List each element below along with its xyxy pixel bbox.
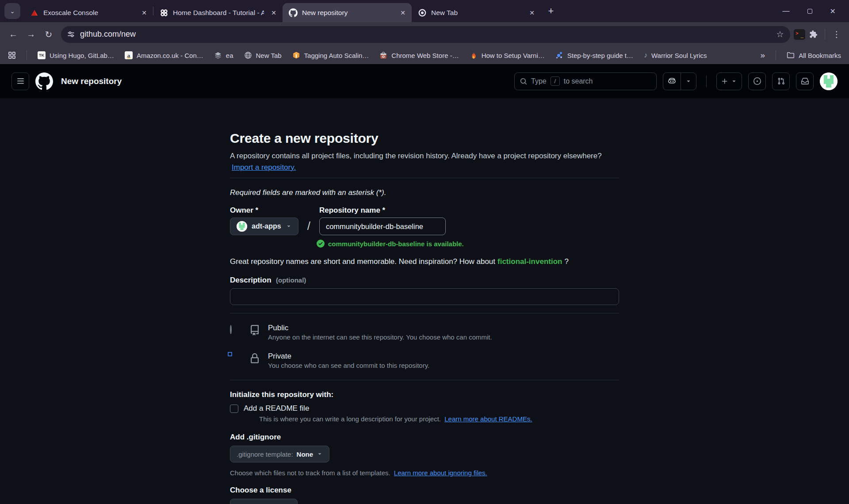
lock-icon — [249, 353, 260, 364]
public-label: Public — [268, 323, 492, 333]
readme-label: Add a README file — [244, 404, 309, 413]
page-context-title: New repository — [61, 76, 122, 86]
url-text[interactable]: github.com/new — [80, 30, 768, 39]
window-minimize-button[interactable]: — — [783, 7, 790, 15]
readme-checkbox[interactable] — [230, 405, 238, 413]
required-note: Required fields are marked with an aster… — [230, 188, 619, 197]
bookmark-label: Amazon.co.uk - Con… — [137, 52, 203, 59]
tab-new-tab[interactable]: New Tab ✕ — [412, 3, 541, 22]
restore-icon — [807, 9, 812, 14]
bookmark-chrome-web-store[interactable]: Chrome Web Store -… — [379, 51, 459, 59]
tab-close-icon[interactable]: ✕ — [139, 8, 149, 18]
folder-icon — [787, 51, 795, 59]
learn-more-readmes-link[interactable]: Learn more about READMEs. — [444, 415, 532, 423]
bookmark-tagging-autoscaling[interactable]: Tagging Auto Scalin… — [292, 51, 369, 59]
bookmarks-overflow-chevron-icon[interactable]: » — [761, 50, 765, 60]
browser-menu-icon[interactable]: ⋮ — [829, 27, 845, 42]
bookmark-label: ea — [226, 52, 233, 59]
chevron-down-icon: ⌄ — [10, 8, 15, 15]
all-bookmarks-label: All Bookmarks — [799, 52, 841, 59]
owner-repo-row: Owner * adt-apps / Repository name * — [230, 206, 619, 235]
site-settings-icon[interactable] — [67, 31, 75, 38]
address-bar[interactable]: github.com/new ☆ — [61, 26, 790, 43]
create-new-button[interactable] — [716, 73, 742, 90]
check-circle-icon — [317, 240, 325, 248]
description-label-row: Description (optional) — [230, 276, 619, 285]
github-search-input[interactable]: Type / to search — [514, 73, 657, 90]
tab-home-dashboard[interactable]: Home Dashboard - Tutorial - Ad ✕ — [153, 3, 283, 22]
availability-message: communitybuilder-db-baseline is availabl… — [317, 240, 619, 248]
apps-grid-icon[interactable] — [8, 51, 16, 59]
visibility-option-public[interactable]: Public Anyone on the internet can see th… — [230, 323, 619, 342]
gitignore-heading: Add .gitignore — [230, 432, 619, 442]
layers-icon — [214, 51, 222, 59]
bookmark-star-icon[interactable]: ☆ — [773, 28, 787, 41]
tab-close-icon[interactable]: ✕ — [268, 8, 279, 18]
tab-strip: ⌄ Exoscale Console ✕ Home Dashboard - Tu… — [0, 0, 849, 22]
owner-select[interactable]: adt-apps — [230, 218, 298, 235]
issues-button[interactable] — [748, 73, 766, 90]
copilot-dropdown-chevron-icon[interactable] — [681, 73, 696, 90]
bookmark-label: New Tab — [256, 52, 282, 59]
flame-icon — [470, 51, 478, 59]
reload-button[interactable]: ↻ — [40, 26, 57, 43]
tab-exoscale-console[interactable]: Exoscale Console ✕ — [24, 3, 153, 22]
license-select[interactable]: License: None — [230, 499, 298, 504]
github-favicon-icon — [289, 8, 298, 17]
visibility-option-private[interactable]: Private You choose who can see and commi… — [230, 351, 619, 370]
owner-repo-slash: / — [307, 219, 310, 233]
extensions-puzzle-icon[interactable] — [805, 27, 821, 42]
bookmark-warrior-soul-lyrics[interactable]: ♪ Warrior Soul Lyrics — [644, 51, 707, 59]
license-heading: Choose a license — [230, 485, 619, 495]
github-header: New repository Type / to search — [0, 64, 849, 98]
hamburger-menu-button[interactable] — [11, 73, 29, 90]
repo-name-label: Repository name * — [319, 206, 446, 215]
chrome-favicon-icon — [418, 8, 427, 17]
description-optional-hint: (optional) — [276, 276, 306, 284]
bookmark-step-by-step-guide[interactable]: Step-by-step guide t… — [555, 51, 633, 59]
new-tab-button[interactable]: + — [543, 4, 558, 19]
public-radio[interactable] — [230, 325, 232, 334]
inbox-icon — [801, 77, 809, 85]
window-close-button[interactable]: ✕ — [830, 7, 836, 15]
page-title: Create a new repository — [230, 130, 619, 147]
terminal-extension-icon[interactable]: > _ — [794, 29, 805, 40]
pull-requests-button[interactable] — [772, 73, 790, 90]
tab-close-icon[interactable]: ✕ — [527, 8, 537, 18]
music-note-icon: ♪ — [644, 51, 647, 59]
add-readme-option[interactable]: Add a README file — [230, 404, 619, 413]
search-placeholder-suffix: to search — [564, 77, 593, 85]
inbox-button[interactable] — [796, 73, 814, 90]
chevron-down-icon — [286, 223, 292, 229]
github-logo-icon[interactable] — [35, 73, 53, 90]
bookmark-using-hugo[interactable]: TK Using Hugo, GitLab… — [38, 51, 114, 59]
learn-more-ignoring-files-link[interactable]: Learn more about ignoring files. — [394, 469, 487, 477]
window-restore-button[interactable] — [807, 9, 812, 14]
tab-new-repository[interactable]: New repository ✕ — [283, 3, 412, 22]
bookmark-label: Using Hugo, GitLab… — [50, 52, 114, 59]
repo-book-icon — [249, 325, 260, 336]
bookmark-ea[interactable]: ea — [214, 51, 233, 59]
all-bookmarks-button[interactable]: All Bookmarks — [787, 51, 841, 59]
initialize-heading: Initialize this repository with: — [230, 390, 619, 400]
description-input[interactable] — [230, 288, 619, 305]
bookmark-new-tab[interactable]: New Tab — [244, 51, 282, 59]
divider — [230, 178, 619, 178]
copilot-button[interactable] — [663, 73, 696, 90]
tab-close-icon[interactable]: ✕ — [398, 8, 408, 18]
bookmark-amazon[interactable]: a Amazon.co.uk - Con… — [125, 51, 203, 59]
copilot-icon[interactable] — [663, 73, 681, 90]
tab-search-button[interactable]: ⌄ — [4, 3, 20, 19]
tab-title: Exoscale Console — [43, 9, 134, 17]
blue-dots-icon — [555, 51, 563, 59]
repo-name-input[interactable] — [319, 218, 446, 235]
import-repository-link[interactable]: Import a repository. — [232, 163, 296, 172]
suggested-name-link[interactable]: fictional-invention — [497, 257, 562, 266]
issue-opened-icon — [753, 77, 761, 85]
user-avatar[interactable] — [820, 73, 838, 90]
forward-button[interactable]: → — [22, 26, 40, 43]
bookmark-label: Step-by-step guide t… — [567, 52, 633, 59]
gitignore-template-select[interactable]: .gitignore template: None — [230, 446, 329, 462]
back-button[interactable]: ← — [4, 26, 22, 43]
bookmark-varnish-guide[interactable]: How to Setup Varni… — [470, 51, 545, 59]
